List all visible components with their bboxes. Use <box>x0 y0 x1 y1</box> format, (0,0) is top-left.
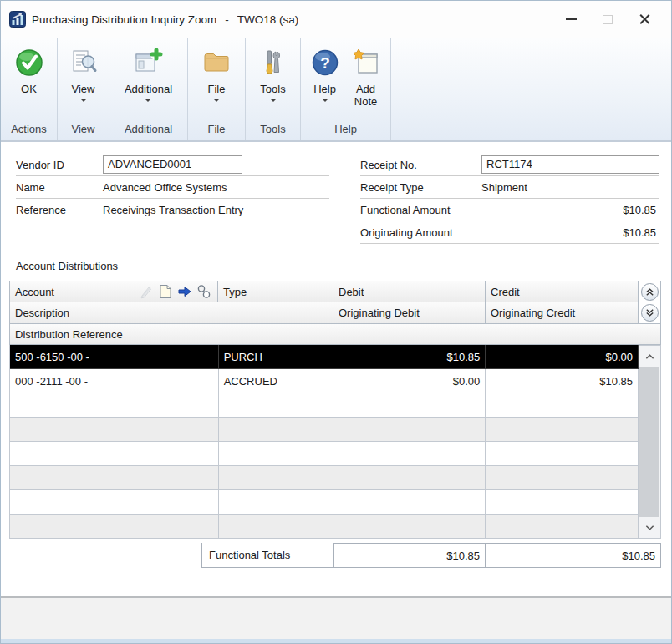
functional-totals-label: Functional Totals <box>201 543 333 568</box>
additional-dropdown-caret-icon <box>145 99 151 102</box>
help-button[interactable]: ? Help <box>305 44 345 104</box>
reference-row: Reference Receivings Transaction Entry <box>16 199 329 221</box>
chevron-down-icon <box>645 525 654 531</box>
vendor-form: Vendor ID ADVANCED0001 Name Advanced Off… <box>16 154 329 221</box>
add-note-icon <box>351 46 381 79</box>
account-link-icon[interactable] <box>196 283 212 300</box>
empty-row[interactable] <box>10 466 639 490</box>
debit-cell: $0.00 <box>333 369 486 393</box>
receipt-no-label: Receipt No. <box>360 159 481 171</box>
additional-button[interactable]: Additional <box>120 44 177 104</box>
functional-amount-row: Functional Amount $10.85 <box>360 199 659 221</box>
tools-button-label: Tools <box>260 83 285 95</box>
double-chevron-up-icon <box>644 287 655 297</box>
receipt-type-label: Receipt Type <box>360 181 481 194</box>
group-label-view: View <box>58 120 109 140</box>
ok-button[interactable]: OK <box>9 44 49 97</box>
credit-cell: $0.00 <box>486 345 639 369</box>
functional-totals-debit: $10.85 <box>333 543 486 568</box>
table-header-row-2: Description Originating Debit Originatin… <box>9 302 661 324</box>
originating-debit-column-header: Originating Debit <box>333 302 486 324</box>
receipt-no-field[interactable]: RCT1174 <box>481 155 659 174</box>
view-magnifier-icon <box>69 46 98 79</box>
receipt-form: Receipt No. RCT1174 Receipt Type Shipmen… <box>360 154 659 244</box>
empty-row[interactable] <box>10 418 639 442</box>
scrollbar-up-button[interactable] <box>639 346 660 367</box>
svg-text:?: ? <box>320 54 330 72</box>
group-label-help: Help <box>301 120 390 140</box>
add-note-button[interactable]: Add Note <box>345 44 387 109</box>
group-label-additional: Additional <box>109 120 187 140</box>
double-chevron-down-icon <box>644 307 655 318</box>
chevron-up-icon <box>645 353 654 360</box>
scroll-to-top-button[interactable] <box>641 283 659 301</box>
scrollbar-thumb[interactable] <box>639 367 659 517</box>
account-distributions-section-label: Account Distributions <box>16 260 118 272</box>
originating-amount-label: Originating Amount <box>360 226 481 239</box>
ok-check-icon <box>14 46 44 79</box>
empty-row[interactable] <box>10 490 639 515</box>
help-dropdown-caret-icon <box>322 99 328 102</box>
functional-amount-label: Functional Amount <box>360 204 481 216</box>
toolbar-empty-space <box>391 38 671 140</box>
group-label-tools: Tools <box>246 120 300 140</box>
originating-amount-row: Originating Amount $10.85 <box>360 221 659 244</box>
empty-row[interactable] <box>10 442 639 466</box>
type-cell: PURCH <box>219 345 334 369</box>
empty-row[interactable] <box>10 515 639 539</box>
group-label-file: File <box>188 120 245 140</box>
toolbar-group-tools: Tools Tools <box>246 38 301 140</box>
collapse-rows-cell <box>639 281 661 302</box>
expand-rows-cell <box>639 302 661 324</box>
vendor-id-label: Vendor ID <box>16 159 103 171</box>
maximize-icon <box>603 15 613 24</box>
reference-value: Receivings Transaction Entry <box>103 204 243 216</box>
maximize-button <box>589 7 626 32</box>
view-button[interactable]: View <box>64 44 103 104</box>
close-button[interactable] <box>626 7 663 32</box>
scroll-to-bottom-button[interactable] <box>641 304 659 322</box>
receipt-type-value: Shipment <box>481 181 527 194</box>
view-dropdown-caret-icon <box>80 99 87 102</box>
distribution-row-selected[interactable]: 500 -6150 -00 - PURCH $10.85 $0.00 <box>10 345 639 369</box>
window-title: Purchasing Distribution Inquiry Zoom-TWO… <box>32 13 298 26</box>
file-button[interactable]: File <box>196 44 237 104</box>
scrollbar-track[interactable] <box>639 367 659 517</box>
toolbar-group-help: ? Help Add Note <box>301 38 391 140</box>
scrollbar-down-button[interactable] <box>639 517 660 538</box>
account-zoom-arrow-icon[interactable] <box>176 283 193 300</box>
vertical-scrollbar <box>639 345 661 539</box>
vendor-name-label: Name <box>16 181 103 194</box>
minimize-icon <box>566 18 577 20</box>
edit-account-icon <box>138 283 155 300</box>
help-question-icon: ? <box>310 46 340 79</box>
view-button-label: View <box>72 83 95 95</box>
tools-button[interactable]: Tools <box>255 44 292 104</box>
reference-label: Reference <box>16 204 103 216</box>
debit-column-header: Debit <box>333 281 486 302</box>
receipt-no-row: Receipt No. RCT1174 <box>360 154 659 176</box>
ribbon-toolbar: OK Actions View <box>1 38 671 142</box>
vendor-id-field[interactable]: ADVANCED0001 <box>103 155 242 174</box>
group-label-actions: Actions <box>1 120 57 140</box>
distribution-row[interactable]: 000 -2111 -00 - ACCRUED $0.00 $10.85 <box>10 369 639 393</box>
description-column-header: Description <box>9 302 333 324</box>
minimize-button[interactable] <box>552 7 589 32</box>
file-button-label: File <box>208 83 226 95</box>
vendor-name-value: Advanced Office Systems <box>103 181 227 194</box>
content-area: Vendor ID ADVANCED0001 Name Advanced Off… <box>1 142 671 598</box>
app-chart-icon <box>9 11 26 28</box>
note-page-icon[interactable] <box>157 283 174 300</box>
tools-dropdown-caret-icon <box>270 99 277 102</box>
account-cell: 500 -6150 -00 - <box>10 345 219 369</box>
toolbar-group-actions: OK Actions <box>1 38 58 140</box>
receipt-type-row: Receipt Type Shipment <box>360 176 659 199</box>
empty-row[interactable] <box>10 393 639 418</box>
add-note-button-label: Add Note <box>350 83 382 108</box>
originating-amount-value: $10.85 <box>481 226 659 239</box>
toolbar-group-additional: Additional Additional <box>109 38 188 140</box>
account-cell: 000 -2111 -00 - <box>10 369 219 393</box>
status-bar <box>1 596 671 643</box>
tools-wrench-icon <box>260 46 287 79</box>
type-cell: ACCRUED <box>219 369 334 393</box>
